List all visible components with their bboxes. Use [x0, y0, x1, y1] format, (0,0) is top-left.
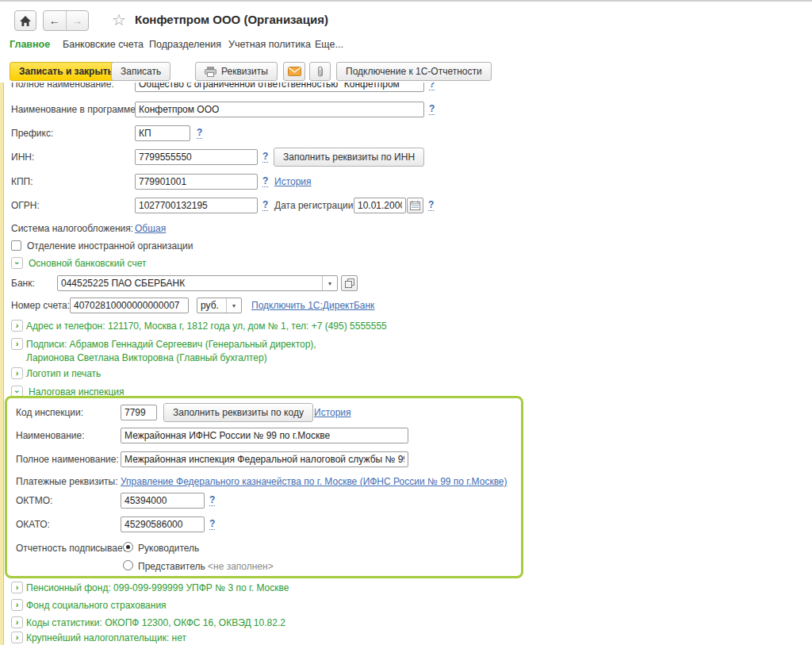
prefix-help-link[interactable]: ?: [197, 128, 202, 139]
signatures-section-expand-button[interactable]: ›: [11, 338, 23, 350]
inspection-history-link[interactable]: История: [314, 407, 351, 418]
save-button[interactable]: Записать: [111, 62, 170, 81]
tab-main[interactable]: Главное: [10, 39, 50, 50]
tab-bank-accounts[interactable]: Банковские счета: [63, 39, 144, 50]
bank-section-title: Основной банковский счет: [29, 258, 146, 269]
favorite-star-icon[interactable]: ☆: [112, 12, 126, 28]
history-nav-group: ← →: [43, 10, 89, 31]
inn-input[interactable]: [135, 149, 258, 165]
program-name-help-link[interactable]: ?: [429, 104, 435, 115]
form-left-edge: [0, 83, 4, 645]
program-name-input[interactable]: [135, 102, 424, 117]
foreign-branch-checkbox[interactable]: [11, 240, 21, 251]
stat-codes-expand-button[interactable]: ›: [11, 616, 23, 628]
bank-section-collapse-button[interactable]: ›: [11, 257, 23, 269]
inn-label: ИНН:: [11, 152, 34, 163]
inspection-full-name-input[interactable]: [121, 451, 408, 467]
tab-departments[interactable]: Подразделения: [149, 39, 221, 50]
attachments-button[interactable]: [309, 62, 331, 81]
tax-system-label: Система налогообложения:: [11, 223, 133, 234]
inspection-code-label: Код инспекции:: [16, 407, 83, 418]
reg-date-label: Дата регистрации:: [274, 200, 356, 211]
largest-taxpayer-expand-button[interactable]: ›: [11, 632, 23, 643]
tax-system-link[interactable]: Общая: [135, 223, 166, 234]
send-email-button[interactable]: [283, 62, 305, 81]
oktmo-help-link[interactable]: ?: [209, 495, 215, 506]
inspection-full-name-label: Полное наименование:: [16, 454, 119, 465]
bank-combobox[interactable]: 044525225 ПАО СБЕРБАНК ▾: [57, 275, 338, 291]
okato-help-link[interactable]: ?: [209, 519, 215, 530]
signer-representative-empty-note: <не заполнен>: [208, 561, 274, 572]
payment-requisites-label: Платежные реквизиты:: [16, 476, 118, 487]
full-name-help-link[interactable]: ?: [429, 83, 435, 90]
directbank-connect-link[interactable]: Подключить 1С:ДиректБанк: [251, 300, 374, 311]
tab-more[interactable]: Еще...: [315, 39, 343, 50]
prefix-label: Префикс:: [11, 128, 53, 139]
currency-value: руб.: [197, 300, 226, 311]
account-number-label: Номер счета:: [11, 300, 70, 311]
currency-combobox[interactable]: руб. ▾: [197, 298, 242, 313]
bank-value: 044525225 ПАО СБЕРБАНК: [58, 278, 322, 289]
bank-label: Банк:: [11, 278, 35, 289]
organization-form-window: ← → ☆ Конфетпром ООО (Организация) Главн…: [0, 0, 812, 645]
program-name-label: Наименование в программе:: [11, 104, 138, 115]
fill-by-code-button[interactable]: Заполнить реквизиты по коду: [163, 403, 313, 422]
oktmo-input[interactable]: [121, 493, 205, 509]
account-number-input[interactable]: [70, 298, 189, 313]
fill-by-inn-button[interactable]: Заполнить реквизиты по ИНН: [274, 148, 424, 167]
requisites-button-label: Реквизиты: [221, 66, 268, 77]
address-section-expand-button[interactable]: ›: [11, 320, 23, 332]
logo-section-expand-button[interactable]: ›: [11, 367, 23, 379]
inspection-name-label: Наименование:: [16, 430, 85, 441]
reg-date-help-link[interactable]: ?: [428, 200, 434, 211]
kpp-help-link[interactable]: ?: [262, 176, 268, 187]
stat-codes-summary: Коды статистики: ОКОПФ 12300, ОКФС 16, О…: [26, 617, 285, 628]
requisites-button[interactable]: Реквизиты: [195, 62, 278, 81]
report-signer-label: Отчетность подписывает:: [16, 543, 129, 554]
signer-director-label: Руководитель: [138, 543, 199, 554]
home-icon: [20, 16, 31, 26]
full-name-label: Полное наименование:: [11, 83, 114, 90]
currency-dropdown-icon[interactable]: ▾: [226, 298, 241, 313]
inspection-name-input[interactable]: [121, 428, 408, 443]
signer-representative-label: Представитель: [138, 561, 205, 572]
signatures-summary-line1: Подписи: Абрамов Геннадий Сергеевич (Ген…: [26, 339, 316, 350]
reg-date-calendar-button[interactable]: [407, 198, 423, 213]
pension-fund-summary: Пенсионный фонд: 099-099-999999 УПФР № 3…: [26, 582, 289, 593]
bank-dropdown-icon[interactable]: ▾: [322, 276, 337, 290]
address-section-summary: Адрес и телефон: 121170, Москва г, 1812 …: [26, 321, 387, 332]
envelope-icon: [288, 67, 301, 76]
save-and-close-button[interactable]: Записать и закрыть: [10, 62, 123, 81]
reg-date-input[interactable]: [354, 198, 406, 213]
foreign-branch-label: Отделение иностранной организации: [27, 240, 193, 251]
social-fund-expand-button[interactable]: ›: [11, 599, 23, 611]
paperclip-icon: [316, 66, 324, 78]
page-title: Конфетпром ООО (Организация): [135, 13, 328, 26]
connect-1c-reporting-button[interactable]: Подключение к 1С-Отчетности: [336, 62, 492, 81]
logo-section-title: Логотип и печать: [26, 368, 101, 379]
open-in-window-icon: [345, 278, 354, 288]
inspection-code-input[interactable]: [121, 405, 157, 420]
home-button[interactable]: [14, 10, 36, 31]
ogrn-input[interactable]: [135, 198, 258, 213]
bank-open-button[interactable]: [341, 275, 358, 291]
inn-help-link[interactable]: ?: [262, 152, 268, 163]
largest-taxpayer-summary: Крупнейший налогоплательщик: нет: [26, 632, 186, 643]
kpp-label: КПП:: [11, 176, 33, 187]
tab-accounting-policy[interactable]: Учетная политика: [228, 39, 311, 50]
okato-input[interactable]: [121, 516, 205, 532]
back-button[interactable]: ←: [44, 11, 66, 30]
ogrn-help-link[interactable]: ?: [262, 200, 268, 211]
pension-fund-expand-button[interactable]: ›: [11, 582, 23, 593]
full-name-input[interactable]: [135, 83, 424, 92]
forward-button[interactable]: →: [67, 11, 89, 30]
oktmo-label: ОКТМО:: [16, 495, 52, 506]
signer-representative-radio[interactable]: [123, 560, 133, 570]
signer-director-radio[interactable]: [123, 542, 133, 552]
kpp-history-link[interactable]: История: [274, 176, 312, 187]
payment-requisites-link[interactable]: Управление Федерального казначейства по …: [121, 476, 508, 487]
okato-label: ОКАТО:: [16, 519, 50, 530]
prefix-input[interactable]: [135, 125, 190, 141]
full-name-row-clipped: Полное наименование: ?: [0, 83, 492, 94]
kpp-input[interactable]: [135, 174, 258, 190]
